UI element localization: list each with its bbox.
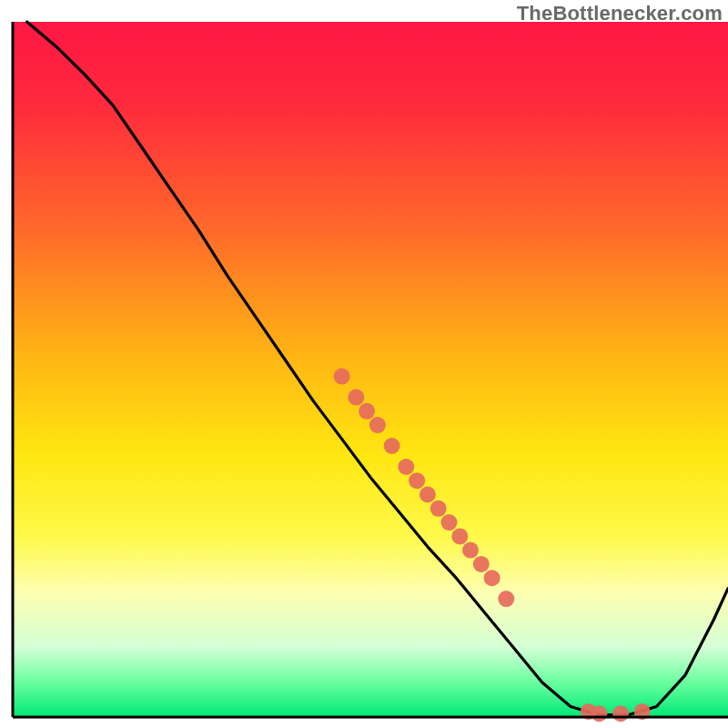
scatter-point xyxy=(462,542,479,559)
scatter-point xyxy=(451,528,468,544)
scatter-point xyxy=(384,438,400,454)
scatter-point xyxy=(409,472,425,489)
scatter-point xyxy=(334,369,350,385)
watermark-label: TheBottlenecker.com xyxy=(517,2,723,25)
scatter-point xyxy=(359,403,375,420)
scatter-point xyxy=(441,514,458,531)
scatter-point xyxy=(592,705,608,722)
chart-stage: TheBottlenecker.com xyxy=(0,0,728,728)
scatter-point xyxy=(430,500,447,517)
scatter-point xyxy=(498,591,514,607)
scatter-point xyxy=(369,417,386,433)
chart-svg xyxy=(0,0,728,728)
plot-background xyxy=(13,22,728,717)
scatter-point xyxy=(420,487,436,503)
scatter-point xyxy=(612,705,629,722)
scatter-point xyxy=(348,389,364,406)
scatter-point xyxy=(473,556,490,572)
scatter-point xyxy=(484,570,500,586)
scatter-point xyxy=(398,459,414,475)
